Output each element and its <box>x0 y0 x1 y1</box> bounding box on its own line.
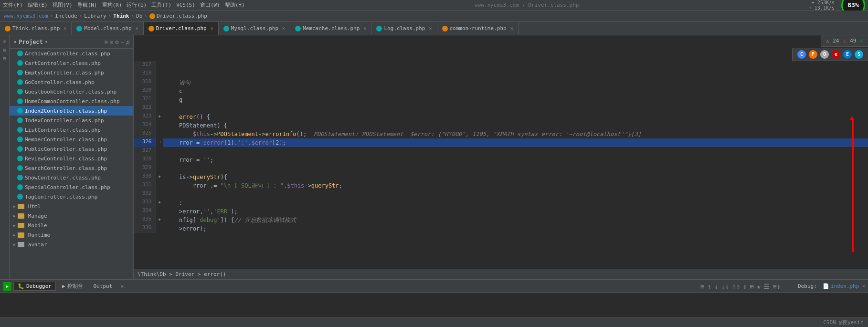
line-number: 331 <box>134 181 156 190</box>
tab-common-icon <box>442 26 448 32</box>
menu-edit[interactable]: 编辑(E) <box>28 1 48 9</box>
menu-file[interactable]: 文件(F) <box>3 1 23 9</box>
sidebar-tool-settings[interactable]: ⚙ <box>115 39 118 45</box>
sidebar-expand-icon[interactable]: ▾ <box>13 39 17 45</box>
sidebar-tool-collapse[interactable]: ≡ <box>110 39 113 45</box>
file-empty[interactable]: EmptyController.class.php <box>10 68 133 77</box>
toolbar-up2-icon[interactable]: ↑↑ <box>732 283 740 290</box>
folder-manage[interactable]: ▶ Manage <box>10 211 133 221</box>
tab-mysql-close[interactable]: × <box>282 26 285 31</box>
toolbar-up-icon[interactable]: ↑ <box>707 283 711 290</box>
tab-model-close[interactable]: × <box>136 26 138 31</box>
folder-runtime[interactable]: ▶ Runtime <box>10 230 133 240</box>
file-homecommon[interactable]: HomeCommonController.class.php <box>10 96 133 106</box>
menu-tools[interactable]: 工具(T) <box>151 1 171 9</box>
file-go[interactable]: GoController.class.php <box>10 77 133 87</box>
tab-think[interactable]: Think.class.php × <box>0 22 72 35</box>
menu-help[interactable]: 帮助(H) <box>225 1 245 9</box>
tab-mysql-icon <box>223 26 229 32</box>
edge-icon[interactable]: E <box>843 50 852 59</box>
file-cart[interactable]: CartController.class.php <box>10 58 133 68</box>
toolbar-sort-icon[interactable]: ↕ <box>743 283 747 290</box>
gutter-breakpoint[interactable]: ◆ <box>159 114 161 118</box>
gutter-breakpoint[interactable]: ◆ <box>159 217 161 222</box>
opera-icon[interactable]: O <box>820 50 829 59</box>
file-public[interactable]: PublicController.class.php <box>10 144 133 154</box>
file-special[interactable]: SpecialController.class.php <box>10 182 133 192</box>
left-toolbar-icon-2[interactable]: ⊞ <box>1 46 9 53</box>
folder-expand-icon: ▶ <box>13 223 16 228</box>
file-guestbook[interactable]: GuestbookController.class.php <box>10 87 133 96</box>
folder-html[interactable]: ▶ Html <box>10 201 133 211</box>
menu-navigate[interactable]: 导航(N) <box>77 1 97 9</box>
gutter-breakpoint[interactable]: ◆ <box>159 174 161 179</box>
file-review[interactable]: ReviewController.class.php <box>10 154 133 163</box>
line-number: 335 <box>134 216 156 224</box>
chrome-icon[interactable]: C <box>797 50 806 59</box>
menu-window[interactable]: 窗口(W) <box>200 1 220 9</box>
file-member[interactable]: MemberController.class.php <box>10 135 133 144</box>
file-show[interactable]: ShowController.class.php <box>10 173 133 182</box>
breadcrumb-include[interactable]: Include <box>55 13 77 19</box>
debug-file[interactable]: 📄 index.php <box>823 283 859 289</box>
table-row: 325 $this->PDOStatement->errorInfo(); PD… <box>134 130 868 138</box>
debug-file-close[interactable]: × <box>862 283 865 289</box>
toolbar-down2-icon[interactable]: ↓↓ <box>721 283 729 290</box>
menu-refactor[interactable]: 重构(R) <box>102 1 122 9</box>
sidebar-tool-locate[interactable]: ⊕ <box>105 39 108 45</box>
tab-output[interactable]: Output <box>89 282 117 291</box>
line-number: 332 <box>134 190 156 199</box>
tab-model[interactable]: Model.class.php × <box>72 22 143 35</box>
folder-mobile[interactable]: ▶ Mobile <box>10 221 133 230</box>
breadcrumb-db[interactable]: Db <box>136 13 142 19</box>
file-search[interactable]: SearchController.class.php <box>10 163 133 173</box>
toolbar-filter-icon[interactable]: ≡↕ <box>773 283 781 290</box>
tab-common[interactable]: common~runtime.php × <box>437 22 519 35</box>
left-toolbar-icon-1[interactable]: ≡ <box>1 37 9 45</box>
ie-icon[interactable]: e <box>832 50 840 59</box>
toolbar-lines-icon[interactable]: ≡ <box>700 283 704 290</box>
sidebar-dropdown-icon[interactable]: ▾ <box>45 39 48 44</box>
safari-icon[interactable]: S <box>855 50 863 59</box>
tab-driver[interactable]: Driver.class.php × <box>144 22 219 35</box>
toolbar-table-icon[interactable]: ⊞ <box>750 283 753 290</box>
file-index[interactable]: IndexController.class.php <box>10 116 133 125</box>
toolbar-down-icon[interactable]: ↓ <box>714 283 718 290</box>
tab-mysql[interactable]: Mysql.class.php × <box>219 22 290 35</box>
breadcrumb-file[interactable]: Driver.class.php <box>149 13 207 19</box>
tab-think-close[interactable]: × <box>64 26 66 31</box>
breadcrumb-think[interactable]: Think <box>113 13 129 19</box>
table-row: 335 ◆ nfig['debug']) {// 开启数据库调试模式 <box>134 216 868 224</box>
tab-debugger[interactable]: 🐛 Debugger <box>13 282 56 291</box>
code-editor[interactable]: 317 318 319 语句 32 <box>134 61 868 269</box>
line-gutter <box>156 164 163 173</box>
file-archive[interactable]: ArchiveController.class.php <box>10 49 133 58</box>
tab-driver-close[interactable]: × <box>211 26 213 31</box>
file-list[interactable]: ListController.class.php <box>10 125 133 135</box>
sidebar-tool-minus[interactable]: − <box>121 39 124 45</box>
menu-run[interactable]: 运行(U) <box>127 1 147 9</box>
sidebar-tool-p[interactable]: p <box>126 39 129 45</box>
toolbar-star-icon[interactable]: ★ <box>757 283 761 290</box>
firefox-icon[interactable]: F <box>809 50 817 59</box>
tab-log[interactable]: Log.class.php × <box>371 22 437 35</box>
toolbar-list-icon[interactable]: ☰ <box>763 283 770 290</box>
close-bottom-panel[interactable]: × <box>120 283 124 290</box>
gutter-breakpoint[interactable]: ◆ <box>159 200 161 204</box>
tab-log-close[interactable]: × <box>429 26 432 31</box>
menu-vcs[interactable]: VCS(S) <box>176 2 195 8</box>
menu-view[interactable]: 视图(V) <box>53 1 73 9</box>
folder-avatar[interactable]: ▶ avatar <box>10 240 133 249</box>
tab-memcache-close[interactable]: × <box>363 26 366 31</box>
left-toolbar-icon-3[interactable]: ⊟ <box>1 54 9 62</box>
file-index2[interactable]: Index2Controller.class.php <box>10 106 133 116</box>
tab-console[interactable]: ▶ 控制台 <box>58 281 87 291</box>
code-content: error() { <box>163 113 868 121</box>
tab-memcache[interactable]: Memcache.class.php × <box>290 22 371 35</box>
file-tag[interactable]: TagController.class.php <box>10 192 133 201</box>
breadcrumb-root[interactable]: www.xycms3.com <box>4 13 48 19</box>
tab-common-close[interactable]: × <box>510 26 513 31</box>
play-button[interactable]: ▶ <box>3 282 11 291</box>
breadcrumb-library[interactable]: Library <box>84 13 106 19</box>
line-number: 323 <box>134 113 156 121</box>
